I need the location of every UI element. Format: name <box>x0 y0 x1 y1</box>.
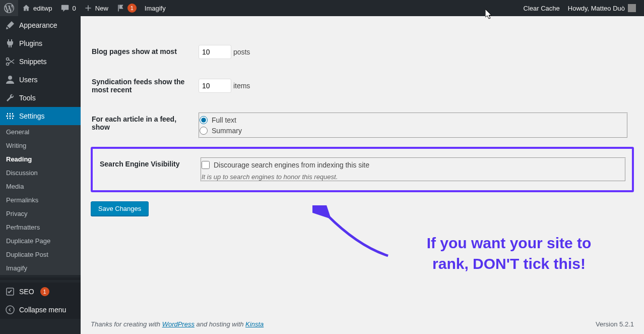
comments-count: 0 <box>73 5 76 12</box>
submenu-media[interactable]: Media <box>0 180 81 193</box>
notif-badge: 1 <box>127 4 137 13</box>
notifications-link[interactable]: 1 <box>112 0 141 16</box>
collapse-icon <box>5 305 15 315</box>
svg-point-4 <box>6 306 14 314</box>
feed-summary-radio[interactable] <box>200 127 208 135</box>
home-icon <box>22 4 30 12</box>
sev-option[interactable]: Discourage search engines from indexing … <box>202 161 625 169</box>
menu-plugins[interactable]: Plugins <box>0 34 81 52</box>
menu-snippets[interactable]: Snippets <box>0 52 81 71</box>
svg-point-2 <box>8 76 12 80</box>
admin-toolbar: editwp 0 New 1 Imagify Clear Cache <box>0 0 644 16</box>
sev-checkbox[interactable] <box>202 161 210 169</box>
feed-full-option[interactable]: Full text <box>200 116 627 124</box>
version-text: Version 5.2.1 <box>596 320 634 328</box>
svg-point-0 <box>7 58 9 61</box>
syndication-unit: items <box>233 82 250 90</box>
menu-settings[interactable]: Settings <box>0 107 81 125</box>
my-account-link[interactable]: Howdy, Matteo Duò <box>564 0 640 16</box>
submenu-duplicate-post[interactable]: Duplicate Post <box>0 248 81 261</box>
sliders-icon <box>5 111 15 121</box>
flag-icon <box>116 4 124 12</box>
sev-note: It is up to search engines to honor this… <box>202 173 625 181</box>
submenu-writing[interactable]: Writing <box>0 139 81 152</box>
plus-icon <box>84 4 92 12</box>
new-content-link[interactable]: New <box>80 0 112 16</box>
submenu-general[interactable]: General <box>0 125 81 139</box>
submenu-reading[interactable]: Reading <box>0 152 81 166</box>
clear-cache-link[interactable]: Clear Cache <box>520 0 564 16</box>
menu-seo[interactable]: SEO 1 <box>0 283 81 301</box>
comment-icon <box>60 4 70 13</box>
submenu-imagify[interactable]: Imagify <box>0 261 81 275</box>
feed-article-label: For each article in a feed, show <box>92 105 192 146</box>
seo-badge: 1 <box>40 287 49 296</box>
menu-users[interactable]: Users <box>0 71 81 89</box>
seo-icon <box>5 287 15 297</box>
submenu-privacy[interactable]: Privacy <box>0 207 81 220</box>
imagify-link[interactable]: Imagify <box>141 0 170 16</box>
blog-pages-label: Blog pages show at most <box>92 37 192 67</box>
menu-appearance[interactable]: Appearance <box>0 16 81 34</box>
sev-label: Search Engine Visibility <box>94 150 195 189</box>
kinsta-link[interactable]: Kinsta <box>245 320 264 328</box>
site-name: editwp <box>33 5 52 12</box>
settings-submenu: General Writing Reading Discussion Media… <box>0 125 81 275</box>
wp-logo[interactable] <box>0 0 18 16</box>
blog-pages-input[interactable] <box>199 45 231 59</box>
wrench-icon <box>5 93 15 103</box>
wordpress-icon <box>4 3 14 13</box>
user-icon <box>5 75 15 85</box>
avatar <box>628 4 636 12</box>
feed-full-radio[interactable] <box>200 116 208 124</box>
site-name-link[interactable]: editwp <box>18 0 56 16</box>
scissors-icon <box>5 57 15 67</box>
syndication-label: Syndication feeds show the most recent <box>92 68 192 104</box>
plug-icon <box>5 38 15 48</box>
settings-content: Blog pages show at most posts Syndicatio… <box>81 16 644 334</box>
svg-point-1 <box>7 63 9 66</box>
menu-tools[interactable]: Tools <box>0 89 81 107</box>
save-button[interactable]: Save Changes <box>91 201 149 216</box>
submenu-duplicate-page[interactable]: Duplicate Page <box>0 234 81 248</box>
brush-icon <box>5 20 15 30</box>
howdy-text: Howdy, Matteo Duò <box>568 5 625 12</box>
submenu-discussion[interactable]: Discussion <box>0 166 81 180</box>
feed-summary-option[interactable]: Summary <box>200 127 627 135</box>
syndication-input[interactable] <box>199 79 231 93</box>
collapse-menu[interactable]: Collapse menu <box>0 301 81 319</box>
menu-separator <box>0 277 81 280</box>
annotation-text: If you want your site to rank, DON'T tic… <box>388 233 630 274</box>
admin-sidebar: Appearance Plugins Snippets Users Tools … <box>0 16 81 334</box>
submenu-perfmatters[interactable]: Perfmatters <box>0 220 81 234</box>
new-label: New <box>95 5 108 12</box>
wordpress-link[interactable]: WordPress <box>162 320 195 328</box>
comments-link[interactable]: 0 <box>56 0 80 16</box>
footer: Thanks for creating with WordPress and h… <box>91 320 634 328</box>
submenu-permalinks[interactable]: Permalinks <box>0 193 81 207</box>
imagify-label: Imagify <box>145 5 166 12</box>
search-engine-visibility-highlight: Search Engine Visibility Discourage sear… <box>91 147 634 192</box>
blog-pages-unit: posts <box>233 48 250 56</box>
